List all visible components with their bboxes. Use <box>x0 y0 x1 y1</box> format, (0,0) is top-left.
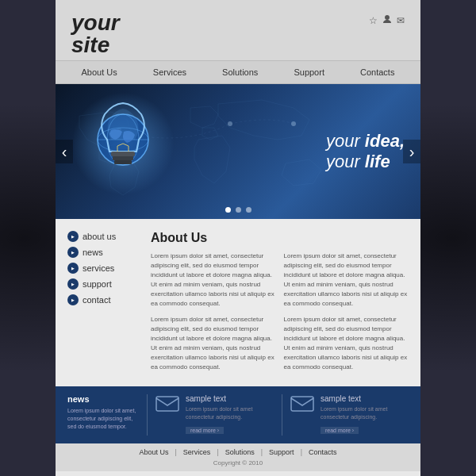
sample-title-1: sample text <box>186 394 274 403</box>
about-title: About Us <box>151 231 409 245</box>
hero-pagination <box>56 207 420 213</box>
sidebar-item-support[interactable]: support <box>67 278 139 290</box>
news-bar-title: news <box>67 394 139 404</box>
svg-rect-9 <box>114 160 132 164</box>
content-col-1: Lorem ipsum dolor sit amet, consectetur … <box>151 251 276 378</box>
about-para4: Lorem ipsum dolor sit amet, consectetur … <box>284 315 409 372</box>
svg-point-2 <box>291 121 296 126</box>
hero-dot-1[interactable] <box>225 207 231 213</box>
hero-banner: your idea, your life ‹ › <box>56 84 420 219</box>
sidebar-item-services[interactable]: services <box>67 263 139 274</box>
footer-nav: About Us | Services | Solutions | Suppor… <box>63 448 413 456</box>
copyright: Copyright © 2010 <box>63 459 413 466</box>
news-sample-1: sample text Lorem ipsum dolor sit amet c… <box>155 394 274 436</box>
news-bar: news Lorem ipsum dolor sit amet, consect… <box>56 386 420 443</box>
sidebar: about us news services support contact <box>67 231 139 378</box>
nav-contacts[interactable]: Contacts <box>357 66 397 79</box>
sidebar-bullet-contact <box>67 294 79 305</box>
content-area: about us news services support contact A… <box>56 219 420 386</box>
svg-point-1 <box>228 121 232 126</box>
nav-services[interactable]: Services <box>150 66 190 79</box>
hero-line2: your life <box>326 152 405 172</box>
content-columns: Lorem ipsum dolor sit amet, consectetur … <box>151 251 409 378</box>
footer-services[interactable]: Services <box>183 448 211 456</box>
logo: your site <box>71 8 120 60</box>
sidebar-item-contact[interactable]: contact <box>67 294 139 305</box>
footer-support[interactable]: Support <box>269 448 294 456</box>
logo-line2: site <box>71 34 120 56</box>
main-nav: About Us Services Solutions Support Cont… <box>56 60 420 84</box>
read-more-1[interactable]: read more › <box>186 427 224 434</box>
logo-line1: your <box>71 12 120 34</box>
site-wrapper: your site ☆ ✉ About Us Services Solution… <box>56 0 420 476</box>
hero-dot-3[interactable] <box>246 207 251 213</box>
about-para1: Lorem ipsum dolor sit amet, consectetur … <box>151 251 276 309</box>
hero-dot-2[interactable] <box>236 207 241 213</box>
hero-prev-arrow[interactable]: ‹ <box>56 140 73 163</box>
svg-rect-8 <box>113 156 133 160</box>
sample-title-2: sample text <box>321 394 409 403</box>
header-icons: ☆ ✉ <box>369 8 405 26</box>
footer-solutions[interactable]: Solutions <box>225 448 255 456</box>
about-para3: Lorem ipsum dolor sit amet, consectetur … <box>284 251 409 309</box>
nav-about[interactable]: About Us <box>79 66 121 79</box>
sidebar-item-news[interactable]: news <box>67 247 139 258</box>
svg-rect-10 <box>156 397 178 411</box>
news-envelope-icon <box>155 396 179 412</box>
sidebar-bullet-services <box>67 263 79 274</box>
sidebar-item-about[interactable]: about us <box>67 231 139 242</box>
about-para2: Lorem ipsum dolor sit amet, consectetur … <box>151 315 276 372</box>
hero-text: your idea, your life <box>326 131 405 172</box>
hero-next-arrow[interactable]: › <box>403 140 420 163</box>
svg-rect-7 <box>111 152 135 156</box>
hero-bulb <box>87 100 159 195</box>
sidebar-bullet-news <box>67 247 79 258</box>
user-icon <box>382 14 392 26</box>
email-icon[interactable]: ✉ <box>397 15 405 26</box>
news-divider-2 <box>282 394 282 436</box>
content-col-2: Lorem ipsum dolor sit amet, consectetur … <box>284 251 409 378</box>
news-sample-2: sample text Lorem ipsum dolor sit amet c… <box>290 394 409 436</box>
hero-line1: your idea, <box>326 131 405 152</box>
sidebar-bullet-support <box>67 278 79 290</box>
news-envelope-icon-2 <box>290 396 314 412</box>
footer-contacts[interactable]: Contacts <box>309 448 337 456</box>
sidebar-bullet-about <box>67 231 79 242</box>
news-divider-1 <box>147 394 148 436</box>
sample-text-2: Lorem ipsum dolor sit amet consectetur a… <box>321 405 409 421</box>
main-content: About Us Lorem ipsum dolor sit amet, con… <box>151 231 409 378</box>
svg-rect-11 <box>291 397 313 411</box>
news-section: news Lorem ipsum dolor sit amet, consect… <box>67 394 139 436</box>
star-icon[interactable]: ☆ <box>369 15 378 26</box>
footer: About Us | Services | Solutions | Suppor… <box>56 443 420 471</box>
news-sample-1-content: sample text Lorem ipsum dolor sit amet c… <box>186 394 274 436</box>
read-more-2[interactable]: read more › <box>321 427 359 434</box>
footer-about[interactable]: About Us <box>139 448 168 456</box>
nav-solutions[interactable]: Solutions <box>219 66 261 79</box>
sample-text-1: Lorem ipsum dolor sit amet consectetur a… <box>186 405 274 421</box>
nav-support[interactable]: Support <box>290 66 328 79</box>
news-bar-text: Lorem ipsum dolor sit amet, consectetur … <box>67 407 139 430</box>
header: your site ☆ ✉ <box>56 0 420 60</box>
news-sample-2-content: sample text Lorem ipsum dolor sit amet c… <box>321 394 409 436</box>
